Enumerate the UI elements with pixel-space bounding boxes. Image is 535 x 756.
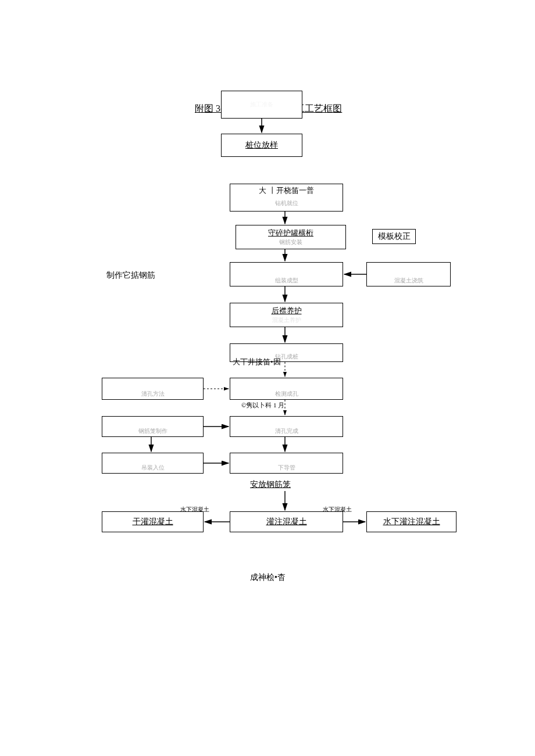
box-open-hole: 大 丨开桡笛一普 钻机就位 xyxy=(230,184,343,212)
box-mid2: 清孔完成 xyxy=(230,416,343,437)
mid1-note: ©隽以卜科 1 月 xyxy=(241,401,284,410)
underwater-label: 水下灌注混凝土 xyxy=(383,517,440,527)
result-label: 成神桧•杳 xyxy=(250,572,286,583)
box-mid1: 检测成孔 xyxy=(230,378,343,400)
box-assemble: 组装成型 xyxy=(230,262,343,286)
pile-layout-label: 桩位放样 xyxy=(245,140,278,151)
make-rebar-label: 制作它掂钢筋 xyxy=(106,270,155,281)
left3-label: 吊装入位 xyxy=(141,464,165,472)
box-pile-layout: 桩位放样 xyxy=(221,134,302,157)
box-dry-pour: 干灌混凝土 xyxy=(102,511,204,532)
box-assemble-right: 混凝土浇筑 xyxy=(366,262,451,286)
box-pour: 灌注混凝土 xyxy=(230,511,343,532)
pour-label: 灌注混凝土 xyxy=(266,517,307,527)
top-box-label: 施工准备 xyxy=(250,101,273,109)
guard-label: 守碎护罐横桁 xyxy=(268,228,313,238)
mid1-label: 检测成孔 xyxy=(275,390,298,398)
left2-label: 钢筋笼制作 xyxy=(138,427,167,435)
box-mid3: 下导管 xyxy=(230,453,343,474)
assemble-right-label: 混凝土浇筑 xyxy=(394,277,423,285)
left1-label: 清孔方法 xyxy=(141,390,165,398)
box-mold-correct: 模板校正 xyxy=(372,229,416,244)
conn-label: 大丅井接笛•因 xyxy=(233,357,281,367)
open-hole-sub: 钻机就位 xyxy=(275,199,298,207)
box-underwater: 水下灌注混凝土 xyxy=(366,511,456,532)
cure-sub: 混凝土养护 xyxy=(272,316,301,324)
mid3-label: 下导管 xyxy=(278,464,295,472)
mid2-label: 清孔完成 xyxy=(275,427,298,435)
open-hole-label: 大 丨开桡笛一普 xyxy=(259,185,313,196)
box-left3: 吊装入位 xyxy=(102,453,204,474)
guard-sub: 钢筋安装 xyxy=(279,238,302,246)
box-top: 施工准备 xyxy=(221,91,302,119)
mold-correct-label: 模板校正 xyxy=(378,231,411,242)
box-cure: 后襟养护 混凝土养护 xyxy=(230,303,343,327)
box-guard: 守碎护罐横桁 钢筋安装 xyxy=(236,225,346,249)
assemble-label: 组装成型 xyxy=(275,277,298,285)
box-left1: 清孔方法 xyxy=(102,378,204,400)
box-left2: 钢筋笼制作 xyxy=(102,416,204,437)
dry-pour-label: 干灌混凝土 xyxy=(133,517,173,527)
cure-label: 后襟养护 xyxy=(272,306,302,316)
place-cage-label: 安放钢筋笼 xyxy=(250,479,291,490)
